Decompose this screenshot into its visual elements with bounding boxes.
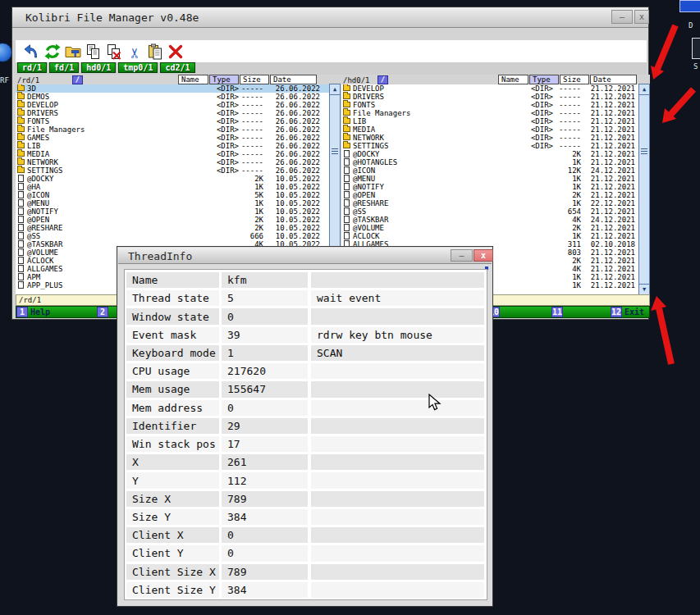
file-size: -----: [241, 117, 263, 125]
file-row[interactable]: @SS66610.05.2022: [16, 232, 329, 240]
file-row[interactable]: SETTINGS<DIR>-----21.12.2021: [341, 142, 638, 150]
close-button[interactable]: x: [634, 10, 649, 24]
file-row[interactable]: DRIVERS<DIR>-----21.12.2021: [341, 93, 638, 101]
new-folder-icon[interactable]: [65, 43, 81, 60]
file-date: 21.12.2021: [591, 265, 635, 273]
file-row[interactable]: @DOCKY2K21.12.2021: [341, 150, 638, 158]
scrollbar-grip[interactable]: [332, 148, 338, 149]
fkey-11[interactable]: 11: [551, 307, 563, 317]
refresh-icon[interactable]: [44, 43, 61, 60]
file-row[interactable]: @OPEN2K21.12.2021: [341, 191, 638, 199]
right-panel-path: /hd0/1: [343, 76, 370, 84]
file-row[interactable]: NETWORK<DIR>-----21.12.2021: [341, 134, 638, 142]
file-row[interactable]: DEVELOP<DIR>-----26.06.2022: [16, 101, 329, 109]
file-row[interactable]: MEDIA<DIR>-----26.06.2022: [16, 150, 329, 158]
file-row[interactable]: SETTINGS<DIR>-----26.06.2022: [16, 166, 329, 175]
fkey-1[interactable]: 1: [16, 307, 28, 317]
file-row[interactable]: File Managers<DIR>-----26.06.2022: [16, 125, 329, 134]
paste-icon[interactable]: [147, 43, 163, 60]
scroll-up-icon[interactable]: ▲: [639, 84, 649, 95]
folder-icon: [17, 143, 25, 148]
file-row[interactable]: NETWORK<DIR>-----26.06.2022: [16, 158, 329, 166]
file-row[interactable]: @DOCKY2K10.05.2022: [16, 175, 329, 183]
right-root-button[interactable]: /: [377, 75, 388, 84]
scrollbar-grip[interactable]: [641, 148, 647, 149]
drive-tab-fd1[interactable]: fd/1: [49, 62, 79, 73]
file-row[interactable]: GAMES<DIR>-----26.06.2022: [16, 134, 329, 142]
close-button[interactable]: x: [474, 249, 493, 262]
file-row[interactable]: @RESHARE1K22.12.2021: [341, 199, 638, 207]
threadinfo-label: Client Y: [126, 545, 219, 561]
threadinfo-value: 217620: [222, 363, 308, 379]
file-row[interactable]: @ICON12K24.12.2021: [341, 166, 638, 175]
column-header-name[interactable]: Name: [498, 75, 528, 84]
threadinfo-label: X: [126, 454, 219, 470]
minimize-button[interactable]: —: [611, 10, 633, 24]
threadinfo-titlebar[interactable]: ThreadInfo — x: [118, 248, 492, 264]
drive-tab-tmp01[interactable]: tmp0/1: [118, 62, 158, 73]
left-root-button[interactable]: /: [72, 75, 83, 84]
file-row[interactable]: MEDIA<DIR>-----21.12.2021: [341, 125, 638, 134]
file-row[interactable]: @VOLUME2K21.12.2021: [341, 224, 638, 232]
column-header-name[interactable]: Name: [178, 75, 208, 84]
file-row[interactable]: @RESHARE2K10.05.2022: [16, 224, 329, 232]
drive-tab-hd01[interactable]: hd0/1: [81, 62, 116, 73]
right-scrollbar[interactable]: ▲ ▼: [638, 84, 650, 295]
column-header-type[interactable]: Type: [209, 75, 239, 84]
file-row[interactable]: LIB<DIR>-----26.06.2022: [16, 142, 329, 150]
desktop-icon-small-right[interactable]: [692, 38, 700, 59]
column-header-size[interactable]: Size: [240, 75, 269, 84]
file-row[interactable]: ACLOCK1K21.12.2021: [341, 232, 638, 240]
fkey-label-exit[interactable]: Exit: [625, 308, 644, 317]
globe-icon[interactable]: [0, 43, 12, 62]
file-row[interactable]: @NOTIFY1K21.12.2021: [341, 183, 638, 191]
file-name: DEVELOP: [353, 84, 384, 93]
file-row[interactable]: @NOTIFY1K10.05.2022: [16, 207, 329, 216]
cut-icon[interactable]: ✂: [126, 43, 143, 60]
file-row[interactable]: @HA1K10.05.2022: [16, 183, 329, 191]
fkey-12[interactable]: 12: [611, 307, 622, 317]
file-size: -----: [241, 93, 263, 101]
file-row[interactable]: LIB<DIR>-----21.12.2021: [341, 117, 638, 125]
back-icon[interactable]: [24, 43, 40, 60]
file-row[interactable]: @TASKBAR4K24.12.2021: [341, 216, 638, 224]
column-header-date[interactable]: Date: [590, 75, 637, 84]
drive-tab-cd21[interactable]: cd2/1: [160, 62, 194, 73]
file-type: <DIR>: [531, 93, 553, 101]
file-icon: [344, 183, 350, 190]
file-row[interactable]: FONTS<DIR>-----26.06.2022: [16, 117, 329, 125]
copy-icon[interactable]: [85, 43, 102, 60]
desktop-icon-top-right[interactable]: [679, 0, 700, 12]
file-row[interactable]: FONTS<DIR>-----21.12.2021: [341, 101, 638, 109]
file-size: 4K: [572, 216, 581, 224]
file-row[interactable]: @MENU1K21.12.2021: [341, 175, 638, 183]
file-row[interactable]: @OPEN2K10.05.2022: [16, 216, 329, 224]
file-name: @DOCKY: [27, 175, 54, 183]
copy-cancel-icon[interactable]: [106, 43, 122, 60]
kfm-titlebar[interactable]: Kolibri File Manager v0.48e — x: [12, 7, 648, 28]
file-row[interactable]: @HOTANGLES1K21.12.2021: [341, 158, 638, 166]
folder-icon: [17, 118, 25, 124]
file-row[interactable]: @SS65421.12.2021: [341, 207, 638, 216]
drive-tab-rd1[interactable]: rd/1: [17, 62, 47, 73]
minimize-button[interactable]: —: [451, 249, 473, 262]
file-row[interactable]: DRIVERS<DIR>-----26.06.2022: [16, 109, 329, 117]
fkey-2[interactable]: 2: [97, 307, 108, 317]
fkey-label-help[interactable]: Help: [30, 308, 50, 317]
file-row[interactable]: DEMOS<DIR>-----26.06.2022: [16, 93, 329, 101]
file-row[interactable]: @ICON5K10.05.2022: [16, 191, 329, 199]
column-header-date[interactable]: Date: [270, 75, 317, 84]
left-panel-path: /rd/1: [17, 76, 39, 84]
scroll-up-icon[interactable]: ▲: [330, 84, 340, 95]
file-row[interactable]: @MENU1K10.05.2022: [16, 199, 329, 207]
column-header-size[interactable]: Size: [560, 75, 589, 84]
column-header-type[interactable]: Type: [529, 75, 559, 84]
file-row[interactable]: 3D<DIR>-----26.06.2022: [16, 84, 329, 93]
threadinfo-row: Thread state5wait event: [125, 289, 487, 307]
file-date: 26.06.2022: [276, 158, 320, 166]
delete-icon[interactable]: [167, 43, 184, 60]
file-row[interactable]: DEVELOP<DIR>-----21.12.2021: [341, 84, 638, 93]
file-row[interactable]: File Managers<DIR>-----21.12.2021: [341, 109, 638, 117]
file-size: -----: [241, 125, 263, 134]
scroll-down-icon[interactable]: ▼: [639, 284, 649, 294]
